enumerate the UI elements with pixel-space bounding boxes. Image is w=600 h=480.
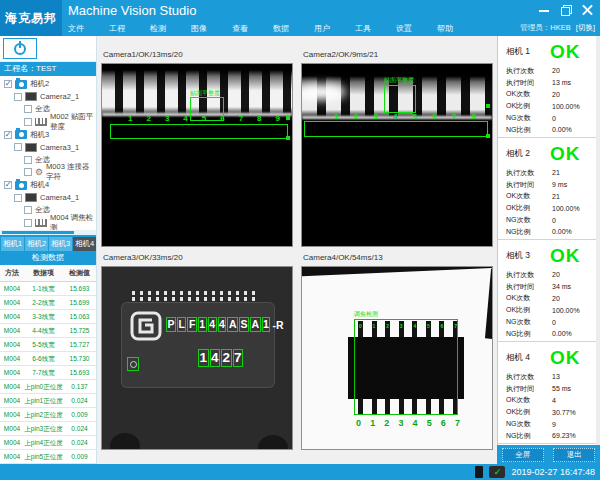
footer-buttons: 全屏 退出 xyxy=(497,445,600,464)
tree-item-camera2[interactable]: ✓ 相机2 xyxy=(0,78,96,91)
stat-value: 100.00% xyxy=(552,103,580,110)
flatness-tool-icon xyxy=(35,118,47,126)
handle-dot xyxy=(286,116,290,120)
checkbox[interactable] xyxy=(24,118,32,126)
tree-horizontal-scrollbar[interactable] xyxy=(0,230,96,235)
menu-settings[interactable]: 设置 xyxy=(396,22,412,35)
device-icon[interactable] xyxy=(475,466,483,478)
stats-vertical-scrollbar[interactable] xyxy=(596,36,600,445)
tree-item-m003[interactable]: ⚙ M003 连接器字符 xyxy=(0,166,96,179)
col-value: 检测值 xyxy=(63,265,96,281)
checkbox[interactable] xyxy=(14,143,22,151)
power-button[interactable] xyxy=(3,38,37,59)
switch-user-link[interactable]: [切换] xyxy=(576,23,595,32)
tab-camera1[interactable]: 相机1 xyxy=(1,237,24,251)
stat-label: OK比例 xyxy=(506,203,552,213)
table-row: M004上pin4正位度0.024 xyxy=(0,436,96,450)
camera1-view[interactable]: Camera1/OK/13ms/20 贴面平整度 123456789 xyxy=(101,50,297,247)
menu-view[interactable]: 查看 xyxy=(232,22,248,35)
admin-label: 管理员：HKEB xyxy=(520,23,570,32)
stat-camera-name: 相机 1 xyxy=(506,46,550,58)
cell-method: M004 xyxy=(0,324,24,337)
stat-label: NG比例 xyxy=(506,227,552,237)
cell-method: M004 xyxy=(0,436,24,449)
stat-value: 30.77% xyxy=(552,409,576,416)
close-icon[interactable] xyxy=(582,4,594,15)
checkbox[interactable] xyxy=(24,156,32,164)
table-row: M004上pin0正位度0.137 xyxy=(0,380,96,394)
menu-tools[interactable]: 工具 xyxy=(355,22,371,35)
stat-label: OK次数 xyxy=(506,293,552,303)
gear-icon: ⚙ xyxy=(35,168,43,176)
menu-inspect[interactable]: 检测 xyxy=(150,22,166,35)
checkbox[interactable] xyxy=(24,168,32,176)
camera-icon xyxy=(15,130,27,139)
checkbox[interactable] xyxy=(24,219,32,227)
image-thumbnail-icon xyxy=(25,92,37,101)
tree-item-camera3-1[interactable]: Camera3_1 xyxy=(0,141,96,154)
stat-value: 13 xyxy=(552,373,560,380)
chip-pins-top xyxy=(132,291,258,295)
stat-value: 100.00% xyxy=(552,205,580,212)
cell-item: 3-3线宽 xyxy=(24,310,63,323)
measurement-table: 方法 数据项 检测值 M0041-1线宽15.693 M0042-2线宽15.6… xyxy=(0,265,96,464)
tree-label: 相机3 xyxy=(30,130,49,140)
status-check-icon[interactable]: ✓ xyxy=(489,466,505,478)
scrollbar-thumb[interactable] xyxy=(2,231,74,234)
tree-label: Camera2_1 xyxy=(40,92,79,101)
camera4-view[interactable]: Camera4/OK/54ms/13 调焦检测 01234567 0123456… xyxy=(301,253,497,450)
restore-icon[interactable] xyxy=(560,4,572,15)
checkbox[interactable] xyxy=(24,105,32,113)
tree-label: 相机2 xyxy=(30,79,49,89)
tree-item-camera4-1[interactable]: Camera4_1 xyxy=(0,191,96,204)
menu-data[interactable]: 数据 xyxy=(273,22,289,35)
menu-help[interactable]: 帮助 xyxy=(437,22,453,35)
overlay-roi-box xyxy=(354,319,458,415)
tab-camera4[interactable]: 相机4 xyxy=(73,237,96,251)
cell-item: 4-4线宽 xyxy=(24,324,63,337)
camera3-view[interactable]: Camera3/OK/33ms/20 PLF144ASA1 -R 1427 xyxy=(101,253,297,450)
menu-project[interactable]: 工程 xyxy=(109,22,125,35)
cell-method: M004 xyxy=(0,296,24,309)
table-row: M0041-1线宽15.693 xyxy=(0,282,96,296)
camera3-caption: Camera3/OK/33ms/20 xyxy=(101,253,297,266)
tab-camera2[interactable]: 相机2 xyxy=(25,237,48,251)
overlay-label: 调焦检测 xyxy=(354,311,378,318)
stat-value: 13 ms xyxy=(552,79,571,86)
fullscreen-button[interactable]: 全屏 xyxy=(502,448,544,462)
camera2-view[interactable]: Camera2/OK/9ms/21 贴面平整度 12345678 xyxy=(301,50,497,247)
stat-value: 20 xyxy=(552,271,560,278)
cell-method: M004 xyxy=(0,380,24,393)
tree-item-camera2-1[interactable]: Camera2_1 xyxy=(0,91,96,104)
checkbox-checked[interactable]: ✓ xyxy=(4,131,12,139)
stat-value: 20 xyxy=(552,91,560,98)
cell-value: 0.137 xyxy=(63,380,96,393)
stat-value: 0 xyxy=(552,217,556,224)
exit-button[interactable]: 退出 xyxy=(553,448,595,462)
col-item: 数据项 xyxy=(24,265,63,281)
minimize-icon[interactable] xyxy=(538,4,550,15)
tab-camera3[interactable]: 相机3 xyxy=(49,237,72,251)
menu-file[interactable]: 文件 xyxy=(68,22,84,35)
stat-label: OK比例 xyxy=(506,407,552,417)
tree-item-m002[interactable]: M002 贴面平整度 xyxy=(0,116,96,129)
checkbox[interactable] xyxy=(14,194,22,202)
tree-item-m004[interactable]: M004 调焦检测 xyxy=(0,217,96,230)
cell-item: 上pin4正位度 xyxy=(24,436,63,449)
table-row: M004上pin3正位度0.024 xyxy=(0,422,96,436)
checkbox-checked[interactable]: ✓ xyxy=(4,181,12,189)
menu-image[interactable]: 图像 xyxy=(191,22,207,35)
project-name: TEST xyxy=(36,64,56,73)
checkbox-checked[interactable]: ✓ xyxy=(4,80,12,88)
menu-user[interactable]: 用户 xyxy=(314,22,330,35)
status-badge: OK xyxy=(550,245,581,267)
pin-number-overlay-top: 01234567 xyxy=(359,323,457,329)
checkbox[interactable] xyxy=(14,93,22,101)
camera1-image: 贴面平整度 123456789 xyxy=(101,63,293,247)
stat-label: OK比例 xyxy=(506,305,552,315)
tree-label: 全选 xyxy=(35,104,50,114)
checkbox[interactable] xyxy=(24,206,32,214)
stat-camera-name: 相机 2 xyxy=(506,148,550,160)
stat-label: NG次数 xyxy=(506,215,552,225)
table-title: 检测数据 xyxy=(0,251,96,265)
